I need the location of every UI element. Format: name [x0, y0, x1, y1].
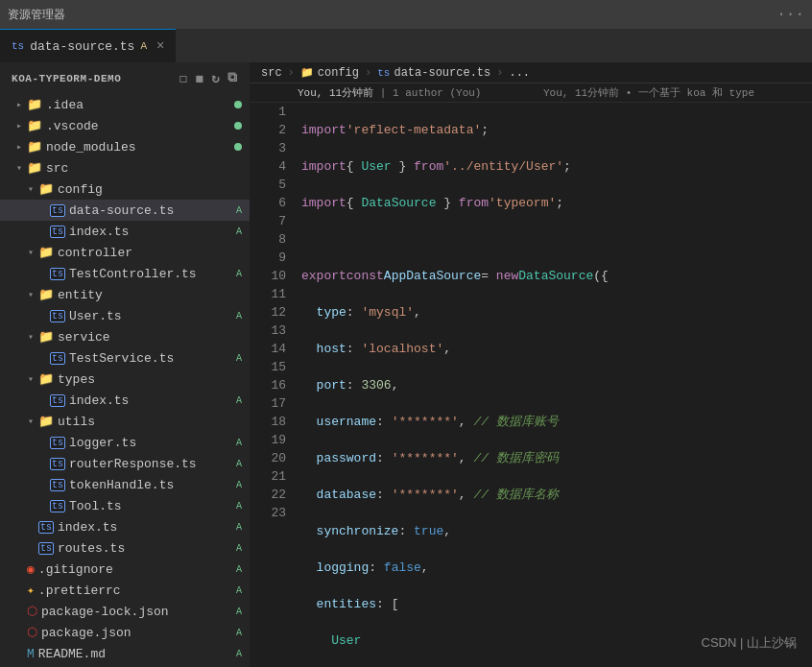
tree-item-controller[interactable]: ▾📁controller	[0, 242, 250, 263]
tree-item-index.ts-types[interactable]: tsindex.tsA	[0, 390, 250, 411]
breadcrumb-config: 📁config	[300, 66, 359, 80]
tree-item-routes.ts[interactable]: tsroutes.tsA	[0, 537, 250, 559]
tab-data-source[interactable]: ts data-source.ts A ×	[0, 29, 176, 62]
code-content: import 'reflect-metadata'; import { User…	[294, 103, 812, 667]
tree-icon-node_modules: 📁	[27, 139, 42, 155]
tree-label-utils: utils	[58, 415, 242, 429]
tree-item-data-source.ts[interactable]: tsdata-source.tsA	[0, 200, 250, 221]
tree-icon-prettierrc: ✦	[27, 583, 35, 598]
tree-badge-logger.ts: A	[236, 438, 242, 448]
breadcrumb-more: ...	[509, 66, 530, 80]
line-numbers: 1234 5678 9101112 13141516 17181920 2122…	[250, 103, 294, 667]
sidebar-header: KOA-TYPEORM-DEMO ◻ ◼ ↻ ⧉	[0, 62, 250, 94]
tree-label-routerResponse.ts: routerResponse.ts	[69, 457, 232, 471]
tree-badge-README.md: A	[236, 649, 242, 659]
breadcrumb: src › 📁config › tsdata-source.ts › ...	[250, 62, 812, 83]
sidebar-title: KOA-TYPEORM-DEMO	[12, 73, 121, 84]
tree-item-config[interactable]: ▾📁config	[0, 179, 250, 200]
tree-label-README.md: README.md	[38, 647, 232, 661]
tree-item-vscode[interactable]: ▸📁.vscode	[0, 115, 250, 136]
tree-label-User.ts: User.ts	[69, 309, 232, 323]
tree-arrow-utils: ▾	[23, 416, 38, 427]
tree-icon-service: 📁	[38, 329, 54, 345]
tree-item-TestService.ts[interactable]: tsTestService.tsA	[0, 347, 250, 369]
tree-icon-controller: 📁	[38, 245, 54, 260]
tree-icon-routerResponse.ts: ts	[50, 458, 65, 470]
tree-item-TestController.ts[interactable]: tsTestController.tsA	[0, 263, 250, 284]
tree-badge-TestService.ts: A	[236, 353, 242, 364]
tree-item-idea[interactable]: ▸📁.idea	[0, 94, 250, 115]
editor-area: src › 📁config › tsdata-source.ts › ... Y…	[250, 62, 812, 667]
title-bar-more[interactable]: ···	[776, 6, 804, 23]
tree-arrow-config: ▾	[23, 183, 38, 195]
tree-item-README.md[interactable]: MREADME.mdA	[0, 643, 250, 664]
tree-item-User.ts[interactable]: tsUser.tsA	[0, 305, 250, 326]
tree-icon-vscode: 📁	[27, 118, 42, 133]
sidebar-header-icons: ◻ ◼ ↻ ⧉	[179, 70, 238, 86]
tree-icon-tokenHandle.ts: ts	[50, 479, 65, 491]
git-info-bar: You, 11分钟前 | 1 author (You) You, 11分钟前 •…	[250, 83, 812, 103]
git-blame-left: You, 11分钟前 | 1 author (You)	[298, 85, 481, 100]
title-bar-text: 资源管理器	[8, 7, 65, 23]
tree-label-src: src	[46, 161, 242, 176]
tree-icon-config: 📁	[38, 181, 54, 197]
tree-icon-utils: 📁	[38, 414, 54, 429]
tree-item-index.ts-config[interactable]: tsindex.tsA	[0, 221, 250, 242]
tree-item-node_modules[interactable]: ▸📁node_modules	[0, 136, 250, 157]
tree-item-prettierrc[interactable]: ✦.prettierrcA	[0, 580, 250, 601]
tree-badge-prettierrc: A	[236, 585, 242, 596]
tree-item-service[interactable]: ▾📁service	[0, 326, 250, 347]
tree-label-gitignore: .gitignore	[38, 562, 232, 577]
tree-icon-data-source.ts: ts	[50, 204, 65, 217]
tab-ts-icon: ts	[12, 40, 24, 52]
tree-badge-package-lock.json: A	[236, 607, 242, 617]
tree-arrow-node_modules: ▸	[12, 141, 27, 153]
tree-item-package-lock.json[interactable]: ⬡package-lock.jsonA	[0, 601, 250, 622]
tree-label-index.ts-config: index.ts	[69, 225, 232, 239]
code-editor[interactable]: 1234 5678 9101112 13141516 17181920 2122…	[250, 103, 812, 667]
tree-arrow-controller: ▾	[23, 247, 38, 258]
tree-label-service: service	[58, 330, 242, 345]
tree-dot-idea	[234, 101, 242, 108]
tree-item-entity[interactable]: ▾📁entity	[0, 284, 250, 305]
tree-item-utils[interactable]: ▾📁utils	[0, 411, 250, 432]
tree-item-package.json[interactable]: ⬡package.jsonA	[0, 622, 250, 643]
refresh-icon[interactable]: ↻	[211, 70, 220, 86]
tree-badge-data-source.ts: A	[236, 205, 242, 216]
tree-item-routerResponse.ts[interactable]: tsrouterResponse.tsA	[0, 453, 250, 474]
tree-item-tokenHandle.ts[interactable]: tstokenHandle.tsA	[0, 474, 250, 495]
title-bar: 资源管理器 ···	[0, 0, 812, 29]
tree-label-TestService.ts: TestService.ts	[69, 351, 232, 366]
tree-icon-entity: 📁	[38, 287, 54, 302]
tree-label-prettierrc: .prettierrc	[38, 584, 232, 598]
tree-icon-index.ts-src: ts	[38, 521, 54, 534]
tree-label-index.ts-types: index.ts	[69, 393, 232, 408]
tree-badge-index.ts-types: A	[236, 395, 242, 406]
tree-icon-README.md: M	[27, 647, 35, 661]
tree-item-index.ts-src[interactable]: tsindex.tsA	[0, 516, 250, 537]
tree-label-Tool.ts: Tool.ts	[69, 499, 232, 513]
new-folder-icon[interactable]: ◼	[195, 70, 203, 86]
tree-label-types: types	[58, 372, 242, 387]
tree-item-Tool.ts[interactable]: tsTool.tsA	[0, 495, 250, 516]
tree-icon-types: 📁	[38, 371, 54, 387]
tree-item-gitignore[interactable]: ◉.gitignoreA	[0, 559, 250, 580]
tree-label-controller: controller	[58, 246, 242, 260]
tree-badge-package.json: A	[236, 628, 242, 638]
tree-item-src[interactable]: ▾📁src	[0, 157, 250, 179]
tree-arrow-types: ▾	[23, 373, 38, 385]
main-layout: KOA-TYPEORM-DEMO ◻ ◼ ↻ ⧉ ▸📁.idea▸📁.vscod…	[0, 62, 812, 667]
tree-label-vscode: .vscode	[46, 119, 234, 133]
tree-icon-index.ts-types: ts	[50, 394, 65, 407]
tree-item-logger.ts[interactable]: tslogger.tsA	[0, 432, 250, 453]
tree-badge-routes.ts: A	[236, 543, 242, 554]
collapse-icon[interactable]: ⧉	[227, 70, 238, 86]
tab-close-button[interactable]: ×	[156, 38, 164, 54]
tree-item-types[interactable]: ▾📁types	[0, 369, 250, 390]
tree-label-package-lock.json: package-lock.json	[41, 605, 232, 619]
tree-icon-routes.ts: ts	[38, 542, 54, 555]
tree-icon-index.ts-config: ts	[50, 226, 65, 238]
tree-icon-Tool.ts: ts	[50, 500, 65, 512]
new-file-icon[interactable]: ◻	[179, 70, 187, 86]
tree-dot-node_modules	[234, 143, 242, 151]
